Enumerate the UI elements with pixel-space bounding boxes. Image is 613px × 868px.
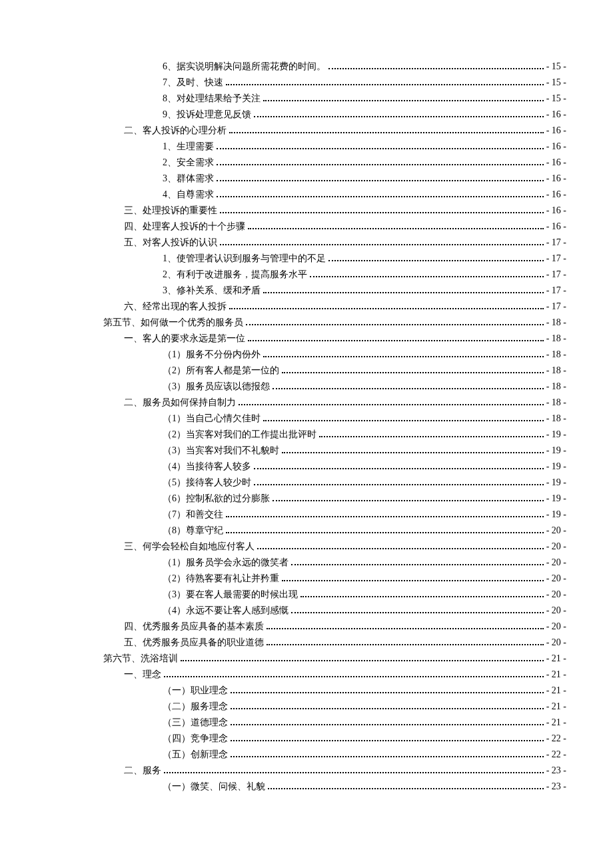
toc-entry[interactable]: （5）接待客人较少时- 19 -: [47, 475, 566, 491]
toc-entry[interactable]: 二、服务- 23 -: [47, 763, 566, 779]
toc-entry[interactable]: 三、何学会轻松自如地应付客人- 20 -: [47, 539, 566, 555]
toc-leader-dots: [231, 756, 544, 757]
toc-entry-title: （5）接待客人较少时: [163, 475, 251, 491]
toc-entry-page: - 19 -: [546, 507, 566, 523]
toc-leader-dots: [217, 196, 544, 197]
toc-entry[interactable]: （8）尊章守纪- 20 -: [47, 523, 566, 539]
toc-leader-dots: [164, 772, 544, 773]
toc-entry-page: - 16 -: [546, 171, 566, 187]
toc-entry-page: - 18 -: [546, 379, 566, 395]
toc-entry[interactable]: （3）当宾客对我们不礼貌时- 19 -: [47, 443, 566, 459]
toc-entry-page: - 18 -: [546, 347, 566, 363]
toc-entry-title: 二、服务员如何保持自制力: [124, 395, 236, 411]
toc-leader-dots: [268, 788, 544, 789]
toc-entry[interactable]: 一、客人的要求永远是第一位- 18 -: [47, 331, 566, 347]
toc-entry[interactable]: （4）永远不要让客人感到感慨- 20 -: [47, 603, 566, 619]
toc-entry-title: （8）尊章守纪: [163, 523, 223, 539]
toc-entry[interactable]: 4、自尊需求- 16 -: [47, 187, 566, 203]
toc-entry-page: - 20 -: [546, 539, 566, 555]
toc-entry[interactable]: （4）当接待客人较多- 19 -: [47, 459, 566, 475]
toc-entry-page: - 16 -: [546, 187, 566, 203]
toc-entry-page: - 20 -: [546, 635, 566, 651]
toc-entry-title: 一、理念: [124, 667, 161, 683]
toc-entry[interactable]: （2）待熟客要有礼让并矜重- 20 -: [47, 571, 566, 587]
toc-entry-title: 六、经常出现的客人投拆: [124, 299, 227, 315]
toc-entry[interactable]: （1）当自己心情欠佳时- 18 -: [47, 411, 566, 427]
toc-entry[interactable]: 2、有利于改进服务，提高服务水平- 17 -: [47, 267, 566, 283]
toc-entry-page: - 22 -: [546, 731, 566, 747]
toc-entry[interactable]: （1）服务员学会永远的微笑者- 20 -: [47, 555, 566, 571]
toc-entry[interactable]: （二）服务理念- 21 -: [47, 699, 566, 715]
toc-entry[interactable]: 9、投诉处理意见反馈- 16 -: [47, 107, 566, 123]
toc-entry[interactable]: 六、经常出现的客人投拆- 17 -: [47, 299, 566, 315]
toc-entry-page: - 18 -: [546, 331, 566, 347]
toc-entry-page: - 15 -: [546, 75, 566, 91]
toc-leader-dots: [217, 148, 544, 149]
toc-entry[interactable]: （一）微笑、问候、礼貌- 23 -: [47, 779, 566, 795]
toc-leader-dots: [273, 500, 544, 501]
toc-entry[interactable]: 6、据实说明解决问题所需花费的时间。- 15 -: [47, 59, 566, 75]
toc-entry[interactable]: 二、服务员如何保持自制力- 18 -: [47, 395, 566, 411]
toc-entry[interactable]: 三、处理投诉的重要性- 16 -: [47, 203, 566, 219]
toc-entry[interactable]: 2、安全需求- 16 -: [47, 155, 566, 171]
toc-entry-title: （五）创新理念: [163, 747, 228, 763]
toc-entry[interactable]: 7、及时、快速- 15 -: [47, 75, 566, 91]
toc-entry[interactable]: 8、对处理结果给予关注- 15 -: [47, 91, 566, 107]
toc-entry-page: - 15 -: [546, 59, 566, 75]
toc-entry-title: （2）待熟客要有礼让并矜重: [163, 571, 279, 587]
toc-entry-page: - 16 -: [546, 155, 566, 171]
toc-leader-dots: [181, 660, 544, 661]
toc-entry-page: - 17 -: [546, 283, 566, 299]
toc-entry[interactable]: 3、群体需求- 16 -: [47, 171, 566, 187]
toc-leader-dots: [263, 420, 544, 421]
toc-entry[interactable]: 3、修补关系、缓和矛盾- 17 -: [47, 283, 566, 299]
toc-entry[interactable]: （四）竞争理念- 22 -: [47, 731, 566, 747]
toc-leader-dots: [301, 596, 544, 597]
toc-entry[interactable]: 第六节、洗浴培训- 21 -: [47, 651, 566, 667]
toc-entry-page: - 21 -: [546, 683, 566, 699]
toc-entry-page: - 17 -: [546, 267, 566, 283]
toc-leader-dots: [328, 260, 544, 261]
toc-entry-title: （3）服务员应该以德报怨: [163, 379, 270, 395]
toc-entry-page: - 17 -: [546, 251, 566, 267]
toc-entry[interactable]: 1、生理需要- 16 -: [47, 139, 566, 155]
toc-entry-title: （7）和善交往: [163, 507, 223, 523]
toc-entry-page: - 18 -: [546, 363, 566, 379]
toc-entry-page: - 17 -: [546, 299, 566, 315]
toc-entry-page: - 21 -: [546, 667, 566, 683]
toc-entry[interactable]: （2）所有客人都是第一位的- 18 -: [47, 363, 566, 379]
toc-entry[interactable]: 1、使管理者认识到服务与管理中的不足- 17 -: [47, 251, 566, 267]
toc-entry[interactable]: （6）控制私欲的过分膨胀- 19 -: [47, 491, 566, 507]
toc-entry-title: （一）职业理念: [163, 683, 228, 699]
toc-entry[interactable]: （三）道德理念- 21 -: [47, 715, 566, 731]
toc-leader-dots: [229, 308, 544, 309]
toc-entry[interactable]: 二、客人投诉的心理分析- 16 -: [47, 123, 566, 139]
toc-entry[interactable]: （1）服务不分份内份外- 18 -: [47, 347, 566, 363]
toc-entry[interactable]: （2）当宾客对我们的工作提出批评时- 19 -: [47, 427, 566, 443]
toc-entry[interactable]: 五、优秀服务员应具备的职业道德- 20 -: [47, 635, 566, 651]
toc-leader-dots: [263, 292, 544, 293]
toc-entry-page: - 16 -: [546, 203, 566, 219]
toc-entry[interactable]: 五、对客人投诉的认识- 17 -: [47, 235, 566, 251]
toc-entry[interactable]: 一、理念- 21 -: [47, 667, 566, 683]
toc-entry[interactable]: （五）创新理念- 22 -: [47, 747, 566, 763]
toc-entry-title: 四、处理客人投诉的十个步骤: [124, 219, 245, 235]
toc-entry[interactable]: （一）职业理念- 21 -: [47, 683, 566, 699]
toc-entry[interactable]: 四、优秀服务员应具备的基本素质- 20 -: [47, 619, 566, 635]
toc-entry[interactable]: 四、处理客人投诉的十个步骤- 16 -: [47, 219, 566, 235]
toc-entry[interactable]: （3）服务员应该以德报怨- 18 -: [47, 379, 566, 395]
toc-leader-dots: [267, 628, 544, 629]
toc-entry-page: - 19 -: [546, 443, 566, 459]
toc-entry-page: - 20 -: [546, 571, 566, 587]
toc-entry-page: - 17 -: [546, 235, 566, 251]
toc-leader-dots: [267, 644, 544, 645]
toc-entry-title: 三、何学会轻松自如地应付客人: [124, 539, 255, 555]
toc-entry[interactable]: 第五节、如何做一个优秀的服务员- 18 -: [47, 315, 566, 331]
toc-entry[interactable]: （7）和善交往- 19 -: [47, 507, 566, 523]
toc-leader-dots: [282, 452, 544, 453]
toc-entry-title: 四、优秀服务员应具备的基本素质: [124, 619, 264, 635]
toc-leader-dots: [254, 468, 544, 469]
toc-entry-title: 一、客人的要求永远是第一位: [124, 331, 245, 347]
toc-entry[interactable]: （3）要在客人最需要的时候出现- 20 -: [47, 587, 566, 603]
toc-entry-title: （4）永远不要让客人感到感慨: [163, 603, 289, 619]
